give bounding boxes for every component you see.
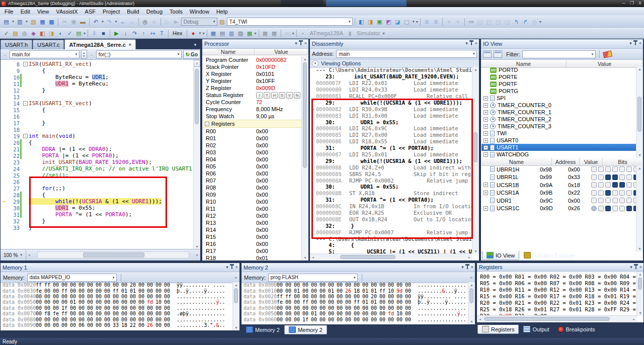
processor-vscrollbar[interactable]: ▲ ▼	[301, 56, 308, 261]
memory-row[interactable]: data 0x0030fe0000ff0000000000ff010100000…	[242, 299, 468, 305]
memory-byte[interactable]: 00	[70, 322, 78, 328]
memory-byte[interactable]: 00	[130, 305, 138, 311]
processor-row[interactable]: Cycle Counter72	[203, 99, 302, 106]
memory-byte[interactable]: 00	[277, 305, 285, 311]
bit-toggle[interactable]	[612, 182, 618, 188]
register-line[interactable]: R05 = 0x00 R06 = 0x00 R07 = 0x00 R08 = 0…	[477, 280, 637, 286]
dropdown-caret-icon[interactable]: ▼	[199, 32, 202, 35]
startup-project-combo[interactable]: T4_TWI▼	[227, 18, 353, 26]
registers-section-row[interactable]: -Registers	[203, 120, 302, 128]
code-line[interactable]: 32 }	[1, 218, 200, 224]
memory-byte[interactable]: 00	[277, 282, 285, 288]
memory-byte[interactable]: 20	[371, 294, 379, 299]
memory-byte[interactable]: 00	[285, 288, 294, 294]
expander-icon[interactable]: +	[484, 96, 488, 101]
memory-row[interactable]: data 0x005000000000010000000000000000fd1…	[242, 311, 468, 316]
processor-row[interactable]: R080x00	[203, 184, 302, 191]
toolbar-overflow-icon[interactable]: »	[470, 275, 472, 280]
disassembly-line[interactable]: 00000087LDI R25,0x01Load immediate	[310, 151, 472, 158]
memory-byte[interactable]: 00	[87, 288, 96, 294]
memory-byte[interactable]: ff	[113, 288, 121, 294]
bit-toggle[interactable]	[605, 166, 611, 172]
memory-byte[interactable]: 00	[379, 294, 388, 299]
toolbar-overflow-icon[interactable]: »	[234, 275, 237, 280]
panel-menu-icon[interactable]: ▾	[630, 265, 632, 270]
memory-byte[interactable]: 00	[70, 282, 78, 288]
indent-increase-icon[interactable]: ≣	[432, 18, 440, 26]
expand-registers-icon[interactable]	[483, 50, 492, 58]
memory-byte[interactable]: 00	[379, 299, 388, 305]
memory-byte[interactable]: 00	[44, 317, 53, 322]
disassembly-line[interactable]: 32: }	[310, 222, 472, 229]
memory-byte[interactable]: 00	[354, 294, 362, 299]
memory-byte[interactable]: 00	[354, 305, 362, 311]
comment-icon[interactable]: ≡	[445, 18, 453, 26]
toolbar-overflow-icon[interactable]: ▾	[84, 31, 86, 36]
memory-byte[interactable]: 00	[147, 288, 155, 294]
memory-byte[interactable]: 00	[113, 305, 121, 311]
disassembly-line[interactable]: 31: PORTA ^= (1 << PORTA0);	[310, 145, 472, 151]
disassembly-line[interactable]: 0000008FRJMP PC-0x0007Relative jump	[310, 229, 472, 235]
options-icon[interactable]: ▢	[403, 18, 411, 26]
tree-item-porte[interactable]: +I/OPORTE	[481, 73, 636, 80]
memory-byte[interactable]: 01	[130, 288, 138, 294]
va-scope-icon[interactable]: ◨	[47, 29, 56, 38]
editor-zoom-control[interactable]: 100 % ▼	[1, 249, 26, 261]
memory-byte[interactable]: 00	[96, 288, 104, 294]
bit-toggle[interactable]	[612, 206, 618, 211]
bit-toggle[interactable]	[619, 182, 625, 188]
memory-byte[interactable]: 00	[319, 282, 328, 288]
memory-byte[interactable]: 00	[130, 294, 138, 299]
memory-byte[interactable]: 00	[78, 299, 87, 305]
memory-byte[interactable]: 00	[388, 282, 396, 288]
dropdown-caret-icon[interactable]: ▼	[115, 20, 118, 23]
expander-icon[interactable]: +	[484, 103, 488, 108]
editor-hscrollbar[interactable]	[37, 251, 190, 258]
menu-vassistx[interactable]: VAssistX	[52, 8, 81, 15]
disassembly-line[interactable]: 0000008ARJMP PC-0x0002Relative jump	[310, 177, 472, 184]
memory-byte[interactable]: 00	[53, 322, 61, 328]
filter-combo[interactable]: ▼	[522, 50, 596, 58]
panel-close-icon[interactable]: ×	[471, 265, 473, 270]
memory-byte[interactable]: 00	[61, 322, 70, 328]
disassembly-line[interactable]: 0000008DEOR R24,R25Exclusive OR	[310, 210, 472, 216]
memory-byte[interactable]: 00	[44, 299, 53, 305]
bit-toggle[interactable]	[612, 166, 618, 172]
memory-byte[interactable]: 00	[285, 299, 294, 305]
processor-row[interactable]: R040x00	[203, 156, 302, 163]
disassembly-line[interactable]: ▶00000082LDI R30,0x9BLoad immediate	[310, 106, 472, 112]
memory-byte[interactable]: 00	[87, 322, 96, 328]
tab-output[interactable]: Output	[519, 325, 553, 333]
toolbar-overflow-icon[interactable]: ▾	[383, 31, 385, 36]
memory-byte[interactable]: 00	[138, 294, 147, 299]
import-icon[interactable]: ◩	[384, 18, 393, 26]
disassembly-content[interactable]: --- C:\Users\Administrateur\Documents\At…	[310, 67, 472, 254]
bit-toggle[interactable]	[598, 198, 604, 203]
code-line[interactable]: 27 for(;;)	[1, 185, 200, 192]
memory-byte[interactable]: 00	[345, 305, 354, 311]
code-line[interactable]: 13	[1, 94, 200, 100]
memory-byte[interactable]: 10	[388, 288, 396, 294]
redo-icon[interactable]: ↷	[105, 18, 114, 26]
bit-toggle[interactable]	[612, 198, 618, 203]
memory-byte[interactable]: 00	[164, 322, 173, 328]
memory2-vscrollbar[interactable]: ▲ ▼	[468, 282, 475, 324]
processor-row[interactable]: R070x00	[203, 177, 302, 184]
editor-vscrollbar[interactable]: ▼	[193, 67, 200, 249]
memory-byte[interactable]: 00	[277, 311, 285, 316]
memory-byte[interactable]: 00	[388, 294, 396, 299]
memory-byte[interactable]: 00	[345, 317, 354, 322]
code-line[interactable]: 22 PORTA |= (1 << PORTA0);	[1, 152, 200, 159]
bookmark-next-icon[interactable]: ↱	[521, 18, 530, 26]
processor-row[interactable]: Stop Watch9,00 µs	[203, 113, 302, 120]
register-line[interactable]: R20 = 0x00 R21 = 0x00 R22 = 0x01 R23 = 0…	[477, 299, 637, 306]
bit-toggle[interactable]	[619, 166, 625, 172]
memory-byte[interactable]: 00	[87, 317, 96, 322]
memory-byte[interactable]: 00	[78, 282, 87, 288]
io-view-icon[interactable]: ▨	[236, 29, 245, 38]
find-symbol-icon[interactable]: ◧	[357, 18, 366, 26]
bit-toggle[interactable]	[612, 175, 618, 180]
memory-byte[interactable]: 00	[53, 282, 61, 288]
disassembly-line[interactable]: 00000086LDI R18,0x55Load immediate	[310, 138, 472, 145]
disassembly-line[interactable]: 31: PORTA ^= (1 << PORTA0);	[310, 197, 472, 203]
